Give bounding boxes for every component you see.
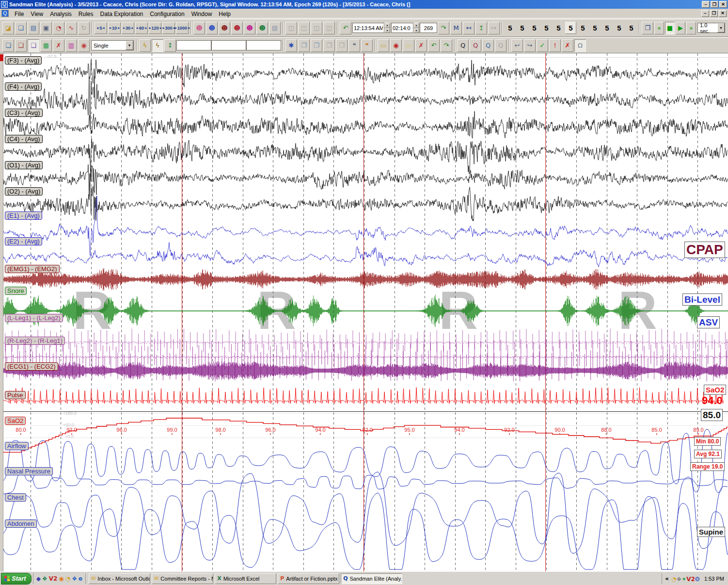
prev-note-button[interactable]: ↶ <box>428 39 440 52</box>
page-5-button-9[interactable]: 5 <box>601 22 613 34</box>
channel-label-nasal[interactable]: Nasal Pressure <box>5 467 53 475</box>
epoch-width-300-button[interactable]: ▸300◂ <box>162 22 175 34</box>
copy-all-button[interactable]: ❐ <box>311 39 322 52</box>
quicklaunch-vnc-icon[interactable]: V2 <box>49 576 58 582</box>
page-5-button-2[interactable]: 5 <box>517 22 528 34</box>
page-5-button-8[interactable]: 5 <box>589 22 601 34</box>
report-clock-button[interactable]: ▤ <box>269 22 281 34</box>
respiratory-view-button[interactable]: Ω <box>574 39 586 52</box>
time-spin-up-icon[interactable]: ▲ <box>384 23 390 28</box>
play-button[interactable]: ▶ <box>676 22 685 34</box>
channel-label-o1[interactable]: (O1) - (Avg) <box>5 161 43 169</box>
stage-tool-2-button[interactable]: ☻ <box>206 22 218 34</box>
stage-tool-5-button[interactable]: ☻ <box>244 22 255 34</box>
rewind-button[interactable]: « <box>654 22 664 34</box>
next-note-button[interactable]: ↷ <box>441 39 452 52</box>
channel-label-o2[interactable]: (O2) - (Avg) <box>5 187 43 195</box>
quicklaunch-app-4-icon[interactable]: ◉ <box>59 576 63 582</box>
next-page-button[interactable]: ↪ <box>524 39 536 52</box>
print-button[interactable]: ▣ <box>40 22 52 34</box>
display-green-button[interactable]: ▦ <box>40 39 52 52</box>
menu-help[interactable]: Help <box>215 10 234 18</box>
go-back-button[interactable]: ↶ <box>340 22 351 34</box>
page-5-button-3[interactable]: 5 <box>529 22 540 34</box>
page-5-button-6[interactable]: 5 <box>565 22 576 34</box>
elapsed-spin-down-icon[interactable]: ▼ <box>413 28 419 33</box>
tray-icon-3[interactable]: ✦ <box>681 576 686 583</box>
tray-icon-5[interactable]: ❂ <box>695 576 700 583</box>
page-5-button-10[interactable]: 5 <box>614 22 625 34</box>
delete-trace-button[interactable]: ✗ <box>53 39 64 52</box>
stage-tool-3-button[interactable]: ☻ <box>219 22 230 34</box>
channel-label-lleg[interactable]: (L-Leg1) - (L-Leg2) <box>5 314 63 322</box>
channel-label-airflow[interactable]: Airflow <box>5 442 29 450</box>
epoch-width-60-button[interactable]: ▸60◂ <box>135 22 148 34</box>
zoom-page-button[interactable]: Q <box>482 39 494 52</box>
menu-configuration[interactable]: Configuration <box>146 10 188 18</box>
menu-window[interactable]: Window <box>188 10 216 18</box>
task-excel[interactable]: XMicrosoft Excel <box>215 573 276 584</box>
epoch-width-30-button[interactable]: ▸30◂ <box>122 22 134 34</box>
child-close-button[interactable]: ✕ <box>719 10 727 17</box>
montage-monitor-button[interactable]: ❏ <box>2 39 14 52</box>
menu-view[interactable]: View <box>27 10 47 18</box>
montage-dropdown-arrow-icon[interactable]: ▼ <box>126 41 133 50</box>
channel-label-pulse[interactable]: Pulse <box>5 391 26 399</box>
epoch-window-button[interactable]: ❐ <box>642 22 653 34</box>
task-sandman[interactable]: QSandman Elite (Analy... <box>341 573 402 584</box>
task-committee-reports[interactable]: ✉Committee Reports - Me... <box>152 573 213 584</box>
page-5-button-5[interactable]: 5 <box>553 22 564 34</box>
comment-box-button[interactable]: ❝ <box>361 39 373 52</box>
speed-select[interactable]: 1.0 sec. ▼ <box>697 23 725 33</box>
record-event-button[interactable]: ◉ <box>390 39 402 52</box>
stage-tool-4-button[interactable]: ☻ <box>231 22 243 34</box>
new-note-button[interactable]: ▭ <box>378 39 389 52</box>
stage-tool-6-button[interactable]: ☻ <box>256 22 268 34</box>
open-study-button[interactable]: ◪ <box>2 22 14 34</box>
sync-up-button[interactable]: ↥ <box>475 22 487 34</box>
vertical-scale-button[interactable]: ↕ <box>164 39 176 52</box>
epoch-width-1000-button[interactable]: ▸1000◂ <box>176 22 189 34</box>
tray-expand-button[interactable]: « <box>665 576 669 582</box>
quicklaunch-app-6-icon[interactable]: ❖ <box>72 576 77 582</box>
page-5-button-7[interactable]: 5 <box>577 22 588 34</box>
time-field[interactable] <box>352 23 384 33</box>
tray-icon-2[interactable]: ❖ <box>677 576 682 583</box>
delete-note-button[interactable]: ✗ <box>415 39 427 52</box>
close-button[interactable]: ✕ <box>719 1 727 8</box>
menu-analysis[interactable]: Analysis <box>47 10 75 18</box>
window-layout-button[interactable]: ❏ <box>15 22 27 34</box>
reject-page-button[interactable]: ✗ <box>562 39 573 52</box>
monitor-zoom-button[interactable]: ❏ <box>28 39 39 52</box>
sticky-note-button[interactable]: ▭ <box>403 39 414 52</box>
channel-label-e2[interactable]: (E2) - (Avg) <box>5 237 42 245</box>
zoom-event-button[interactable]: Q <box>470 39 481 52</box>
go-forward-button[interactable]: ↷ <box>438 22 449 34</box>
channel-label-sao2[interactable]: SaO2 <box>5 417 26 425</box>
stage-tool-1-button[interactable]: ☻ <box>193 22 205 34</box>
channel-label-ecg[interactable]: (ECG1) - (ECG2) <box>5 362 58 371</box>
tray-vnc-icon[interactable]: V2 <box>686 576 695 583</box>
copy-button[interactable]: ❐ <box>298 39 310 52</box>
report-button[interactable]: ▤ <box>28 22 39 34</box>
time-spin-down-icon[interactable]: ▼ <box>384 28 390 33</box>
fast-forward-button[interactable]: » <box>686 22 696 34</box>
restore-button[interactable]: ❐ <box>711 1 718 8</box>
jump-marker-button[interactable]: M <box>450 22 462 34</box>
menu-file[interactable]: File <box>11 10 27 18</box>
child-minimize-button[interactable]: – <box>701 10 709 17</box>
channel-label-f3[interactable]: (F3) - (Avg) <box>5 56 42 65</box>
speed-dropdown-arrow-icon[interactable]: ▼ <box>717 23 725 32</box>
channel-label-rleg[interactable]: (R-Leg2) - (R-Leg1) <box>5 337 65 345</box>
epoch-width-10-button[interactable]: ▸10◂ <box>108 22 121 34</box>
signal-window[interactable]: RRRR (F3) - (Avg)(F4) - (Avg)(C3) - (Avg… <box>0 53 728 571</box>
zoom-tool-button[interactable]: Q <box>457 39 469 52</box>
page-5-button-11[interactable]: 5 <box>626 22 637 34</box>
channel-label-c4[interactable]: (C4) - (Avg) <box>5 135 43 143</box>
quicklaunch-app-1-icon[interactable]: ◆ <box>36 576 41 582</box>
channel-label-e1[interactable]: (E1) - (Avg) <box>5 211 42 220</box>
snapshot-button[interactable]: ϟ <box>139 39 151 52</box>
montage-select[interactable]: Single ▼ <box>91 40 134 50</box>
task-outlook[interactable]: ✉Inbox - Microsoft Outlook <box>89 573 150 584</box>
channel-label-emg[interactable]: (EMG1) - (EMG2) <box>5 265 60 273</box>
